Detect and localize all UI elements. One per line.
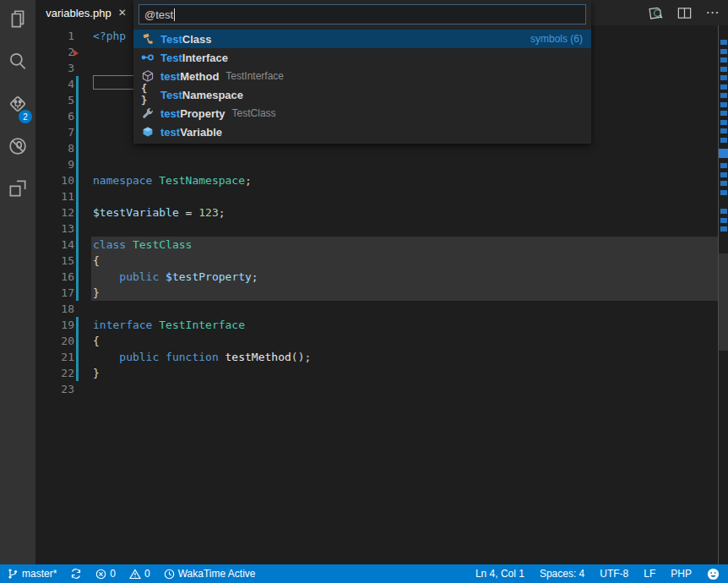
- line-number: 2: [35, 44, 74, 60]
- line-number: 9: [35, 156, 74, 172]
- activity-bar-debug[interactable]: [0, 127, 35, 169]
- language-mode[interactable]: PHP: [671, 564, 692, 583]
- text-caret: [174, 8, 175, 21]
- code-line-11[interactable]: 11: [35, 188, 728, 204]
- split-editor-icon[interactable]: [676, 4, 693, 21]
- line-number: 14: [35, 237, 74, 253]
- line-number: 4: [35, 76, 74, 92]
- git-branch-status[interactable]: master*: [7, 564, 57, 583]
- overview-mark: [720, 138, 727, 143]
- symbol-item-TestInterface[interactable]: TestInterface: [133, 48, 591, 67]
- code-text: {: [93, 333, 100, 349]
- overview-mark: [720, 226, 727, 232]
- encoding[interactable]: UTF-8: [600, 564, 628, 583]
- extensions-icon: [7, 177, 29, 203]
- code-line-10[interactable]: 10namespace TestNamespace;: [35, 172, 728, 188]
- eol-sequence-label: LF: [644, 568, 655, 580]
- eol-sequence[interactable]: LF: [644, 564, 655, 583]
- code-line-13[interactable]: 13: [35, 221, 728, 237]
- quick-open-input[interactable]: @test: [139, 4, 586, 25]
- symbol-item-TestNamespace[interactable]: { }TestNamespace: [133, 85, 591, 104]
- overview-mark: [720, 218, 727, 223]
- symbol-interface-icon: [141, 51, 155, 64]
- code-line-20[interactable]: 20{: [35, 333, 728, 349]
- code-text: }: [93, 365, 100, 381]
- symbols-count-badge: symbols (6): [530, 33, 583, 45]
- overview-mark: [720, 190, 727, 195]
- line-number: 1: [35, 28, 74, 44]
- line-number: 5: [35, 92, 74, 108]
- code-line-22[interactable]: 22}: [35, 365, 728, 381]
- code-line-17[interactable]: 17}: [35, 285, 728, 301]
- code-line-19[interactable]: 19interface TestInterface: [35, 317, 728, 333]
- symbol-container-label: TestClass: [232, 107, 276, 119]
- code-line-23[interactable]: 23: [35, 381, 728, 397]
- symbol-namespace-icon: { }: [141, 88, 155, 101]
- tab-variables-php[interactable]: variables.php ✕: [35, 0, 137, 25]
- overview-mark: [720, 172, 727, 177]
- status-bar-right: Ln 4, Col 1Spaces: 4UTF-8LFPHP: [475, 564, 720, 583]
- error-marker-icon: [73, 50, 79, 57]
- code-line-15[interactable]: 15{: [35, 253, 728, 269]
- overview-mark: [720, 75, 727, 80]
- activity-bar: 2: [0, 0, 35, 564]
- status-bar: master*00WakaTime Active Ln 4, Col 1Spac…: [0, 564, 728, 583]
- explorer-icon: [7, 8, 29, 34]
- quick-open-widget: @test TestClasssymbols (6)TestInterfacet…: [133, 0, 591, 144]
- code-line-18[interactable]: 18: [35, 301, 728, 317]
- activity-bar-extensions[interactable]: [0, 169, 35, 211]
- code-line-12[interactable]: 12$testVariable = 123;: [35, 204, 728, 221]
- line-number: 22: [35, 365, 74, 381]
- symbol-item-testVariable[interactable]: testVariable: [133, 123, 591, 141]
- symbol-item-testMethod[interactable]: testMethodTestInterface: [133, 67, 591, 85]
- close-icon[interactable]: ✕: [118, 7, 127, 19]
- code-text: interface TestInterface: [93, 317, 245, 333]
- git-modified-gutter: [76, 76, 79, 301]
- quick-open-input-value: @test: [144, 8, 173, 21]
- code-text: $testVariable = 123;: [93, 204, 225, 221]
- problems-errors[interactable]: 0: [95, 564, 116, 583]
- language-mode-label: PHP: [671, 568, 692, 580]
- symbol-label: testProperty: [160, 107, 225, 120]
- clock-icon: [164, 569, 175, 580]
- code-line-14[interactable]: 14class TestClass: [35, 237, 728, 253]
- symbol-item-testProperty[interactable]: testPropertyTestClass: [133, 104, 591, 123]
- code-text: public $testProperty;: [93, 269, 258, 285]
- code-line-9[interactable]: 9: [35, 156, 728, 172]
- symbol-item-TestClass[interactable]: TestClasssymbols (6): [133, 30, 591, 48]
- overview-mark: [720, 111, 727, 116]
- line-number: 18: [35, 301, 74, 317]
- activity-bar-explorer[interactable]: [0, 0, 35, 42]
- warning-triangle-icon: [129, 569, 141, 580]
- sync-status[interactable]: [70, 564, 82, 583]
- overview-mark: [720, 57, 727, 63]
- git-branch-status-label: master*: [22, 568, 57, 580]
- encoding-label: UTF-8: [600, 568, 628, 580]
- symbol-label: TestClass: [160, 33, 211, 46]
- overview-mark: [720, 40, 727, 45]
- symbol-method-icon: [141, 69, 155, 83]
- line-number: 6: [35, 108, 74, 124]
- editor-actions: ⋯: [647, 0, 721, 25]
- sync-icon: [70, 568, 82, 580]
- activity-bar-search[interactable]: [0, 42, 35, 84]
- symbol-class-icon: [141, 32, 155, 46]
- line-number: 16: [35, 269, 74, 285]
- overview-ruler: [718, 25, 728, 564]
- more-actions-icon[interactable]: ⋯: [704, 4, 721, 21]
- search-document-icon[interactable]: [647, 4, 664, 21]
- symbol-label: testMethod: [160, 70, 219, 83]
- line-number: 13: [35, 221, 74, 237]
- code-line-21[interactable]: 21 public function testMethod();: [35, 349, 728, 365]
- cursor-position[interactable]: Ln 4, Col 1: [475, 564, 524, 583]
- tab-label: variables.php: [46, 7, 111, 19]
- problems-warnings[interactable]: 0: [129, 564, 150, 583]
- overview-mark-current: [719, 149, 728, 158]
- code-line-16[interactable]: 16 public $testProperty;: [35, 269, 728, 285]
- wakatime-status[interactable]: WakaTime Active: [164, 564, 256, 583]
- activity-bar-source-control[interactable]: 2: [0, 84, 35, 127]
- feedback-smiley[interactable]: [707, 564, 720, 583]
- overview-mark: [720, 67, 727, 72]
- indentation[interactable]: Spaces: 4: [540, 564, 584, 583]
- git-modified-gutter: [76, 317, 79, 381]
